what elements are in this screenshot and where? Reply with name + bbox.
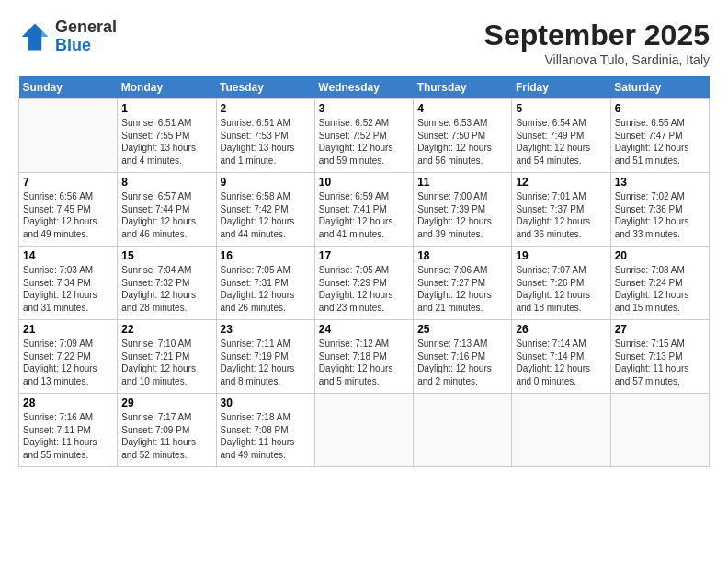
day-number: 22 bbox=[121, 323, 211, 336]
calendar-body: 1Sunrise: 6:51 AM Sunset: 7:55 PM Daylig… bbox=[19, 99, 710, 467]
month-title: September 2025 bbox=[484, 18, 710, 52]
logo-icon bbox=[18, 20, 51, 53]
day-info: Sunrise: 7:15 AM Sunset: 7:13 PM Dayligh… bbox=[615, 338, 705, 387]
day-number: 27 bbox=[615, 323, 705, 336]
day-info: Sunrise: 6:52 AM Sunset: 7:52 PM Dayligh… bbox=[319, 117, 409, 167]
day-number: 16 bbox=[221, 249, 311, 262]
day-info: Sunrise: 7:09 AM Sunset: 7:22 PM Dayligh… bbox=[23, 338, 113, 387]
calendar-cell: 8Sunrise: 6:57 AM Sunset: 7:44 PM Daylig… bbox=[118, 173, 216, 247]
calendar-cell: 13Sunrise: 7:02 AM Sunset: 7:36 PM Dayli… bbox=[610, 173, 709, 247]
day-number: 19 bbox=[516, 249, 606, 262]
day-number: 1 bbox=[121, 102, 211, 115]
day-info: Sunrise: 7:17 AM Sunset: 7:09 PM Dayligh… bbox=[121, 411, 211, 461]
calendar-cell: 14Sunrise: 7:03 AM Sunset: 7:34 PM Dayli… bbox=[19, 247, 118, 320]
day-info: Sunrise: 7:00 AM Sunset: 7:39 PM Dayligh… bbox=[417, 190, 507, 240]
calendar-cell: 30Sunrise: 7:18 AM Sunset: 7:08 PM Dayli… bbox=[216, 394, 314, 467]
day-number: 10 bbox=[319, 176, 409, 189]
calendar-cell bbox=[19, 99, 118, 173]
calendar-cell: 10Sunrise: 6:59 AM Sunset: 7:41 PM Dayli… bbox=[314, 173, 413, 247]
day-number: 15 bbox=[121, 249, 211, 262]
day-info: Sunrise: 6:58 AM Sunset: 7:42 PM Dayligh… bbox=[221, 190, 311, 240]
calendar-cell: 28Sunrise: 7:16 AM Sunset: 7:11 PM Dayli… bbox=[19, 394, 118, 467]
weekday-header-friday: Friday bbox=[512, 76, 610, 99]
week-row-5: 28Sunrise: 7:16 AM Sunset: 7:11 PM Dayli… bbox=[19, 394, 710, 467]
day-info: Sunrise: 7:08 AM Sunset: 7:24 PM Dayligh… bbox=[615, 264, 705, 314]
day-number: 14 bbox=[23, 249, 113, 262]
calendar-cell: 9Sunrise: 6:58 AM Sunset: 7:42 PM Daylig… bbox=[216, 173, 314, 247]
day-info: Sunrise: 7:07 AM Sunset: 7:26 PM Dayligh… bbox=[516, 264, 606, 314]
day-info: Sunrise: 6:56 AM Sunset: 7:45 PM Dayligh… bbox=[23, 190, 113, 240]
page-header: General Blue September 2025 Villanova Tu… bbox=[18, 18, 710, 67]
day-number: 23 bbox=[221, 323, 311, 336]
logo-text: General Blue bbox=[55, 18, 117, 55]
calendar-cell bbox=[314, 394, 413, 467]
calendar-cell bbox=[610, 394, 709, 467]
calendar-cell: 4Sunrise: 6:53 AM Sunset: 7:50 PM Daylig… bbox=[414, 99, 512, 173]
calendar-cell bbox=[512, 394, 610, 467]
calendar-cell: 1Sunrise: 6:51 AM Sunset: 7:55 PM Daylig… bbox=[118, 99, 216, 173]
day-number: 28 bbox=[23, 396, 113, 409]
calendar-cell: 16Sunrise: 7:05 AM Sunset: 7:31 PM Dayli… bbox=[216, 247, 314, 320]
calendar-cell: 12Sunrise: 7:01 AM Sunset: 7:37 PM Dayli… bbox=[512, 173, 610, 247]
day-info: Sunrise: 7:05 AM Sunset: 7:31 PM Dayligh… bbox=[221, 264, 311, 314]
day-number: 2 bbox=[221, 102, 311, 115]
day-info: Sunrise: 6:57 AM Sunset: 7:44 PM Dayligh… bbox=[121, 190, 211, 240]
day-info: Sunrise: 7:03 AM Sunset: 7:34 PM Dayligh… bbox=[23, 264, 113, 314]
calendar-cell: 26Sunrise: 7:14 AM Sunset: 7:14 PM Dayli… bbox=[512, 320, 610, 394]
logo: General Blue bbox=[18, 18, 117, 55]
calendar-cell: 18Sunrise: 7:06 AM Sunset: 7:27 PM Dayli… bbox=[414, 247, 512, 320]
day-number: 4 bbox=[417, 102, 507, 115]
day-number: 26 bbox=[516, 323, 606, 336]
weekday-header-wednesday: Wednesday bbox=[314, 76, 413, 99]
day-number: 12 bbox=[516, 176, 606, 189]
calendar-cell: 22Sunrise: 7:10 AM Sunset: 7:21 PM Dayli… bbox=[118, 320, 216, 394]
day-info: Sunrise: 6:55 AM Sunset: 7:47 PM Dayligh… bbox=[615, 117, 705, 167]
day-info: Sunrise: 7:18 AM Sunset: 7:08 PM Dayligh… bbox=[221, 411, 311, 461]
day-number: 24 bbox=[319, 323, 409, 336]
day-info: Sunrise: 6:51 AM Sunset: 7:55 PM Dayligh… bbox=[121, 117, 211, 167]
day-number: 9 bbox=[221, 176, 311, 189]
day-number: 17 bbox=[319, 249, 409, 262]
logo-blue: Blue bbox=[55, 37, 117, 55]
day-info: Sunrise: 7:13 AM Sunset: 7:16 PM Dayligh… bbox=[417, 338, 507, 387]
title-block: September 2025 Villanova Tulo, Sardinia,… bbox=[484, 18, 710, 67]
calendar-cell: 7Sunrise: 6:56 AM Sunset: 7:45 PM Daylig… bbox=[19, 173, 118, 247]
day-number: 30 bbox=[221, 396, 311, 409]
week-row-1: 1Sunrise: 6:51 AM Sunset: 7:55 PM Daylig… bbox=[19, 99, 710, 173]
weekday-header-sunday: Sunday bbox=[19, 76, 118, 99]
calendar-cell: 2Sunrise: 6:51 AM Sunset: 7:53 PM Daylig… bbox=[216, 99, 314, 173]
day-number: 13 bbox=[615, 176, 705, 189]
weekday-header-tuesday: Tuesday bbox=[216, 76, 314, 99]
day-info: Sunrise: 7:06 AM Sunset: 7:27 PM Dayligh… bbox=[417, 264, 507, 314]
day-info: Sunrise: 7:04 AM Sunset: 7:32 PM Dayligh… bbox=[121, 264, 211, 314]
calendar-cell: 5Sunrise: 6:54 AM Sunset: 7:49 PM Daylig… bbox=[512, 99, 610, 173]
day-info: Sunrise: 7:05 AM Sunset: 7:29 PM Dayligh… bbox=[319, 264, 409, 314]
day-number: 7 bbox=[23, 176, 113, 189]
day-info: Sunrise: 6:53 AM Sunset: 7:50 PM Dayligh… bbox=[417, 117, 507, 167]
calendar-cell: 11Sunrise: 7:00 AM Sunset: 7:39 PM Dayli… bbox=[414, 173, 512, 247]
day-number: 3 bbox=[319, 102, 409, 115]
calendar-table: SundayMondayTuesdayWednesdayThursdayFrid… bbox=[18, 76, 710, 467]
day-info: Sunrise: 7:11 AM Sunset: 7:19 PM Dayligh… bbox=[221, 338, 311, 387]
week-row-4: 21Sunrise: 7:09 AM Sunset: 7:22 PM Dayli… bbox=[19, 320, 710, 394]
weekday-header-saturday: Saturday bbox=[610, 76, 709, 99]
weekday-header-row: SundayMondayTuesdayWednesdayThursdayFrid… bbox=[19, 76, 710, 99]
day-info: Sunrise: 7:10 AM Sunset: 7:21 PM Dayligh… bbox=[121, 338, 211, 387]
day-number: 25 bbox=[417, 323, 507, 336]
calendar-header: SundayMondayTuesdayWednesdayThursdayFrid… bbox=[19, 76, 710, 99]
day-info: Sunrise: 7:12 AM Sunset: 7:18 PM Dayligh… bbox=[319, 338, 409, 387]
calendar-cell: 24Sunrise: 7:12 AM Sunset: 7:18 PM Dayli… bbox=[314, 320, 413, 394]
calendar-cell: 20Sunrise: 7:08 AM Sunset: 7:24 PM Dayli… bbox=[610, 247, 709, 320]
calendar-cell: 29Sunrise: 7:17 AM Sunset: 7:09 PM Dayli… bbox=[118, 394, 216, 467]
day-number: 11 bbox=[417, 176, 507, 189]
day-number: 5 bbox=[516, 102, 606, 115]
day-info: Sunrise: 7:14 AM Sunset: 7:14 PM Dayligh… bbox=[516, 338, 606, 387]
svg-marker-1 bbox=[41, 30, 48, 37]
calendar-cell: 3Sunrise: 6:52 AM Sunset: 7:52 PM Daylig… bbox=[314, 99, 413, 173]
calendar-cell: 21Sunrise: 7:09 AM Sunset: 7:22 PM Dayli… bbox=[19, 320, 118, 394]
calendar-cell: 6Sunrise: 6:55 AM Sunset: 7:47 PM Daylig… bbox=[610, 99, 709, 173]
weekday-header-thursday: Thursday bbox=[414, 76, 512, 99]
day-info: Sunrise: 7:02 AM Sunset: 7:36 PM Dayligh… bbox=[615, 190, 705, 240]
calendar-cell: 25Sunrise: 7:13 AM Sunset: 7:16 PM Dayli… bbox=[414, 320, 512, 394]
day-info: Sunrise: 7:01 AM Sunset: 7:37 PM Dayligh… bbox=[516, 190, 606, 240]
